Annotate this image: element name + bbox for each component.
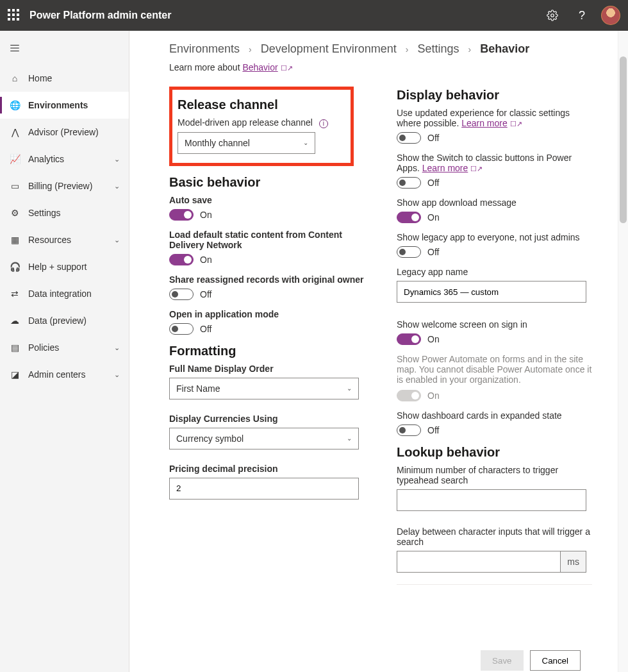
sidebar-item-billing[interactable]: ▭Billing (Preview)⌄ [0, 172, 129, 199]
learn-more-line: Learn more about Behavior☐↗ [169, 62, 592, 72]
sidebar-item-label: Billing (Preview) [28, 181, 92, 191]
policies-icon: ▤ [9, 342, 21, 353]
switch-classic-text: Show the Switch to classic buttons in Po… [397, 153, 592, 173]
top-app-bar: Power Platform admin center ? [0, 0, 628, 31]
sidebar-item-analytics[interactable]: 📈Analytics⌄ [0, 146, 129, 172]
download-label: Show app download message [397, 197, 592, 208]
toggle-state: On [427, 212, 440, 223]
delay-label: Delay between character inputs that will… [397, 526, 592, 547]
scrollbar-thumb[interactable] [620, 56, 627, 223]
toggle-state: On [427, 334, 440, 344]
automate-toggle [397, 390, 421, 401]
home-icon: ⌂ [9, 73, 21, 83]
dashboard-toggle[interactable] [397, 424, 421, 436]
avatar[interactable] [601, 6, 620, 25]
billing-icon: ▭ [9, 181, 21, 191]
sidebar-item-data-preview[interactable]: ☁Data (preview) [0, 307, 129, 334]
currency-select[interactable]: Currency symbol⌄ [169, 428, 359, 449]
sidebar-item-settings[interactable]: ⚙Settings [0, 199, 129, 226]
sidebar-item-label: Help + support [28, 262, 87, 272]
settings-icon: ⚙ [9, 208, 21, 218]
updated-exp-toggle[interactable] [397, 132, 421, 144]
learn-more-link[interactable]: Learn more [461, 118, 508, 128]
toggle-state: On [200, 255, 212, 265]
download-toggle[interactable] [397, 212, 421, 223]
share-toggle[interactable] [169, 289, 194, 300]
cdn-toggle[interactable] [169, 254, 194, 265]
analytics-icon: 📈 [9, 154, 21, 164]
release-channel-heading: Release channel [178, 97, 342, 112]
sidebar-item-label: Environments [28, 100, 88, 110]
toggle-state: Off [427, 178, 439, 188]
save-button[interactable]: Save [481, 650, 523, 671]
hamburger-icon[interactable] [0, 37, 129, 65]
welcome-toggle[interactable] [397, 333, 421, 345]
sidebar-item-advisor[interactable]: ⋀Advisor (Preview) [0, 119, 129, 146]
admin-centers-icon: ◪ [9, 369, 21, 380]
cancel-button[interactable]: Cancel [530, 650, 581, 671]
help-icon[interactable]: ? [572, 5, 592, 26]
release-channel-label: Model-driven app release channel i [178, 117, 342, 128]
sidebar-item-help[interactable]: 🎧Help + support [0, 253, 129, 280]
legacyall-label: Show legacy app to everyone, not just ad… [397, 232, 592, 242]
gear-icon[interactable] [542, 5, 563, 26]
chevron-down-icon: ⌄ [114, 155, 120, 164]
chevron-down-icon: ⌄ [114, 182, 120, 190]
sidebar-item-policies[interactable]: ▤Policies⌄ [0, 334, 129, 361]
breadcrumb-link[interactable]: Development Environment [261, 42, 397, 56]
data-integration-icon: ⇄ [9, 289, 21, 299]
breadcrumb-link[interactable]: Settings [418, 42, 459, 56]
minchars-input[interactable] [397, 489, 586, 511]
learn-more-link[interactable]: Learn more [422, 163, 468, 173]
select-value: Currency symbol [176, 433, 244, 444]
external-link-icon: ☐↗ [281, 64, 293, 72]
sidebar-item-label: Admin centers [28, 369, 85, 380]
autosave-toggle[interactable] [169, 209, 194, 221]
behavior-doc-link[interactable]: Behavior [242, 62, 277, 72]
delay-input[interactable] [397, 551, 560, 573]
appmode-toggle[interactable] [169, 323, 194, 335]
legacyname-label: Legacy app name [397, 267, 592, 277]
sidebar-item-label: Data integration [28, 289, 92, 299]
chevron-down-icon: ⌄ [303, 139, 308, 146]
select-value: Monthly channel [185, 138, 250, 148]
info-icon[interactable]: i [319, 119, 328, 128]
sidebar-item-label: Data (preview) [28, 315, 87, 326]
chevron-right-icon: › [249, 44, 252, 55]
svg-point-0 [551, 14, 554, 17]
sidebar-item-environments[interactable]: 🌐Environments [0, 92, 129, 119]
breadcrumb: Environments› Development Environment› S… [169, 42, 592, 56]
sidebar-item-home[interactable]: ⌂Home [0, 65, 129, 92]
switch-classic-toggle[interactable] [397, 177, 421, 189]
cdn-label: Load default static content from Content… [169, 230, 365, 250]
resources-icon: ▦ [9, 235, 21, 245]
sidebar-nav: ⌂Home 🌐Environments ⋀Advisor (Preview) 📈… [0, 31, 129, 672]
app-launcher-icon[interactable] [8, 9, 21, 22]
dashboard-label: Show dashboard cards in expanded state [397, 410, 592, 421]
legacyname-input[interactable] [397, 281, 586, 303]
toggle-state: On [427, 391, 440, 401]
legacyall-toggle[interactable] [397, 246, 421, 258]
precision-label: Pricing decimal precision [169, 464, 365, 474]
scrollbar[interactable] [618, 31, 628, 672]
lookup-behavior-heading: Lookup behavior [397, 445, 592, 460]
sidebar-item-data-integration[interactable]: ⇄Data integration [0, 280, 129, 307]
data-preview-icon: ☁ [9, 315, 21, 326]
toggle-state: Off [427, 247, 439, 257]
sidebar-item-admin-centers[interactable]: ◪Admin centers⌄ [0, 361, 129, 388]
app-title: Power Platform admin center [29, 10, 171, 21]
chevron-down-icon: ⌄ [114, 236, 120, 244]
sidebar-item-label: Advisor (Preview) [28, 127, 99, 137]
currency-label: Display Currencies Using [169, 414, 365, 424]
precision-input[interactable] [169, 478, 359, 500]
toggle-state: Off [200, 289, 211, 299]
sidebar-item-label: Home [28, 73, 52, 83]
breadcrumb-link[interactable]: Environments [169, 42, 240, 56]
advisor-icon: ⋀ [9, 127, 21, 137]
release-channel-select[interactable]: Monthly channel ⌄ [178, 132, 315, 154]
fullname-select[interactable]: First Name⌄ [169, 378, 359, 399]
delay-input-group: ms [397, 551, 586, 573]
sidebar-item-resources[interactable]: ▦Resources⌄ [0, 226, 129, 253]
delay-suffix: ms [560, 551, 586, 573]
updated-exp-text: Use updated experience for classic setti… [397, 108, 592, 128]
